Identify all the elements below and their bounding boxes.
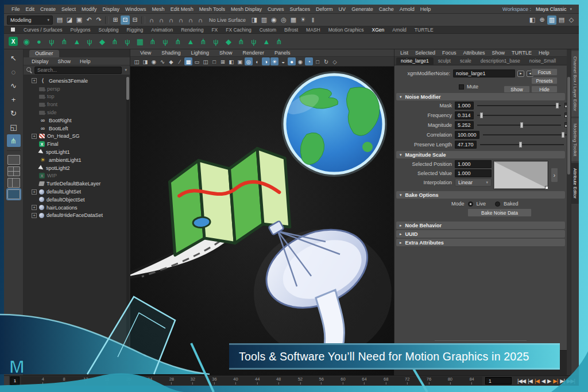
outliner-item[interactable]: hairLocations xyxy=(24,204,130,212)
menu-item[interactable]: Edit Mesh xyxy=(168,6,196,12)
safe-action-icon[interactable]: ◧ xyxy=(227,57,235,65)
node-tab[interactable]: description1_base xyxy=(476,57,525,65)
menu-item[interactable]: Deform xyxy=(313,6,336,12)
shelf-tab[interactable]: MASH xyxy=(302,27,324,33)
scale-tool-icon[interactable]: ◱ xyxy=(7,121,21,133)
xgen-shelf-tool-icon[interactable]: ⋔ xyxy=(172,36,184,47)
sidebar-vertical-tab[interactable]: Modeling Toolkit xyxy=(571,118,579,161)
xgen-shelf-tool-icon[interactable]: ψ xyxy=(122,36,133,47)
viewport-menu-item[interactable]: Renderer xyxy=(237,50,269,56)
attribute-editor-menu-item[interactable]: TURTLE xyxy=(508,50,535,56)
shelf-tab[interactable]: XGen xyxy=(368,27,389,33)
outliner-item[interactable]: defaultLightSet xyxy=(24,188,130,196)
shelf-tab[interactable]: FX xyxy=(207,27,222,33)
xgen-shelf-tool-icon[interactable]: ⋔ xyxy=(59,36,70,47)
viewport-menu-item[interactable]: Lighting xyxy=(185,50,214,56)
focus-button[interactable]: Focus xyxy=(531,68,558,76)
outliner-item[interactable]: top xyxy=(24,93,130,101)
menu-item[interactable]: Surfaces xyxy=(287,6,314,12)
hide-button[interactable]: Hide xyxy=(531,86,558,93)
move-tool-icon[interactable]: + xyxy=(7,93,21,106)
group-divider[interactable] xyxy=(105,16,109,24)
xgen-shelf-tool-icon[interactable]: ⋔ xyxy=(147,36,158,47)
construction-history-icon[interactable]: ◨ xyxy=(250,15,259,25)
shelf-tab[interactable]: TURTLE xyxy=(411,27,438,33)
shadows-icon[interactable]: ◒ xyxy=(279,57,287,65)
snap-to-plane-icon[interactable]: ∩ xyxy=(176,15,185,25)
xgen-shelf-tool-icon[interactable]: ψ xyxy=(248,36,260,47)
go-to-range-end-button[interactable]: ▶▶| xyxy=(567,378,575,384)
go-to-range-start-button[interactable]: |◀◀ xyxy=(517,378,525,384)
shelf-tab[interactable]: Bifrost xyxy=(280,27,302,33)
attribute-value-input[interactable]: 0.314 xyxy=(455,111,474,119)
shelf-tab[interactable]: Motion Graphics xyxy=(324,27,368,33)
presets-button[interactable]: Presets xyxy=(531,77,558,84)
select-object-icon[interactable]: ⊡ xyxy=(121,15,130,25)
film-gate-icon[interactable]: ▭ xyxy=(193,57,201,65)
satellite-dish-object[interactable] xyxy=(254,215,392,359)
menu-item[interactable]: UV xyxy=(336,6,349,12)
xgen-shelf-tool-icon[interactable]: ▲ xyxy=(185,36,196,47)
xgen-shelf-tool-icon[interactable]: ⋔ xyxy=(235,36,247,47)
attribute-value-input[interactable]: 1.000 xyxy=(455,169,492,177)
ramp-expand-button[interactable]: › xyxy=(551,168,558,183)
section-header[interactable]: Bake Options xyxy=(396,191,565,199)
node-tab[interactable]: scale xyxy=(455,57,476,65)
attribute-slider[interactable] xyxy=(483,131,567,138)
shelf-tab[interactable]: Curves / Surfaces xyxy=(20,27,67,33)
two-d-pan-icon[interactable]: ◆ xyxy=(167,57,175,65)
live-radio[interactable] xyxy=(468,201,473,207)
outliner-item[interactable]: defaultHideFaceDataSet xyxy=(24,212,130,220)
shaded-icon[interactable]: ◐ xyxy=(253,57,261,65)
attribute-editor-menu-item[interactable]: Selected xyxy=(412,50,439,56)
mute-checkbox[interactable] xyxy=(459,84,464,90)
xgen-shelf-tool-icon[interactable]: ⋔ xyxy=(273,36,285,47)
current-frame-field[interactable]: 1 xyxy=(485,377,512,385)
attribute-value-input[interactable]: 5.252 xyxy=(455,121,474,129)
timeline-grip[interactable] xyxy=(4,376,10,386)
shelf-tab[interactable]: Sculpting xyxy=(95,27,123,33)
ramp-widget[interactable] xyxy=(494,161,548,189)
light-editor-icon[interactable]: ☀ xyxy=(299,15,308,25)
expand-toggle-icon[interactable] xyxy=(32,134,37,139)
new-scene-icon[interactable]: ▤ xyxy=(55,15,64,25)
xgen-shelf-tool-icon[interactable]: ▲ xyxy=(71,36,83,47)
attribute-value-input[interactable]: 1.000 xyxy=(455,160,492,168)
outliner-item[interactable]: ambientLight1 xyxy=(24,156,130,164)
layout-single-pane-button[interactable] xyxy=(7,155,20,165)
attribute-editor-toggle-icon[interactable]: ▤ xyxy=(557,15,566,25)
attribute-editor-menu-item[interactable]: Show xyxy=(489,50,509,56)
attribute-editor-menu-item[interactable]: Attributes xyxy=(460,50,489,56)
grid-icon[interactable]: ▦ xyxy=(184,57,192,65)
xgen-shelf-tool-icon[interactable]: ▦ xyxy=(134,36,146,47)
viewport-menu-item[interactable]: View xyxy=(135,50,156,56)
menu-item[interactable]: Cache xyxy=(376,6,397,12)
expand-toggle-icon[interactable] xyxy=(32,213,37,218)
play-forwards-button[interactable]: ▶ xyxy=(547,378,551,384)
node-tab[interactable]: noise_large1 xyxy=(396,57,434,65)
scrollbar-thumb[interactable] xyxy=(126,77,129,100)
viewport-menu-item[interactable]: Panels xyxy=(269,50,296,56)
field-chart-icon[interactable]: ⊞ xyxy=(219,57,227,65)
redo-icon[interactable]: ↷ xyxy=(94,15,103,25)
select-camera-icon[interactable]: ◫ xyxy=(133,57,141,65)
xgen-shelf-tool-icon[interactable]: ψ xyxy=(210,36,222,47)
expand-toggle-icon[interactable] xyxy=(32,78,37,83)
node-tab[interactable]: noise_Small xyxy=(525,57,560,65)
select-component-icon[interactable]: ⊟ xyxy=(130,15,140,25)
channel-box-toggle-icon[interactable]: ▥ xyxy=(547,15,556,25)
outliner-item[interactable]: Final xyxy=(24,140,130,148)
outliner-menu-item[interactable]: Help xyxy=(75,59,95,64)
outliner-tab[interactable]: Outliner xyxy=(29,50,59,57)
menu-item[interactable]: Curves xyxy=(265,6,287,12)
outliner-item[interactable]: spotLight1 xyxy=(24,148,130,156)
open-scene-icon[interactable]: ◪ xyxy=(65,15,74,25)
bookmark-icon[interactable]: ◉ xyxy=(150,57,158,65)
section-header[interactable]: Extra Attributes xyxy=(396,239,565,246)
menu-item[interactable]: Select xyxy=(59,6,79,12)
shelf-tab[interactable]: Arnold xyxy=(388,27,411,33)
safe-title-icon[interactable]: ▣ xyxy=(236,57,244,65)
slider-handle[interactable] xyxy=(556,103,559,108)
xgen-shelf-tool-icon[interactable]: ⋔ xyxy=(109,36,121,47)
humanik-toggle-icon[interactable]: ⊕ xyxy=(537,15,547,25)
